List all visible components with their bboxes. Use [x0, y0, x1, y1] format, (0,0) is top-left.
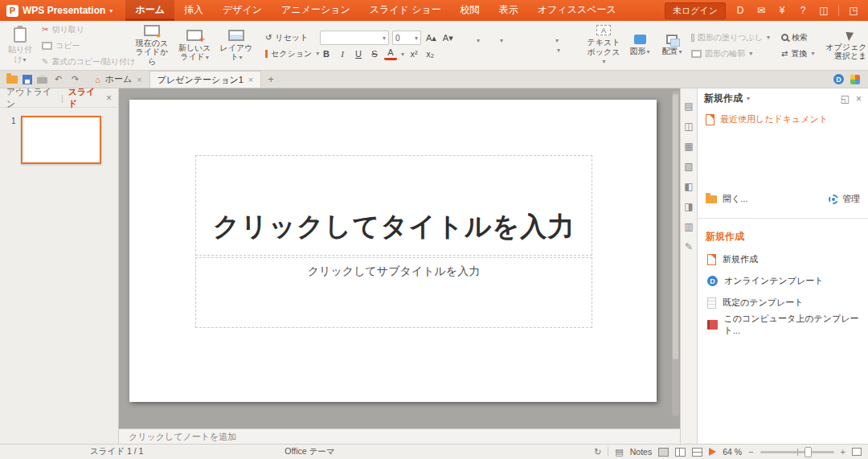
chevron-down-icon[interactable]: ▾: [477, 37, 480, 44]
chevron-down-icon[interactable]: ▾: [555, 37, 559, 44]
dock-panel-icon[interactable]: ◱: [841, 93, 850, 105]
premium-icon[interactable]: ¥: [776, 5, 788, 16]
menu-tab-home[interactable]: ホーム: [125, 0, 174, 21]
save-icon[interactable]: [23, 75, 32, 84]
menu-tab-officespace[interactable]: オフィススペース: [528, 0, 626, 21]
notes-toggle-label[interactable]: Notes: [630, 447, 652, 457]
italic-button[interactable]: I: [336, 48, 349, 59]
arrange-button[interactable]: 配置▾: [656, 23, 688, 68]
columns-button[interactable]: [540, 50, 553, 51]
font-family-select[interactable]: ▾: [320, 31, 389, 45]
skin-icon[interactable]: ◫: [817, 5, 830, 16]
slide-thumbnail[interactable]: [21, 116, 101, 164]
open-file-icon[interactable]: [6, 76, 18, 84]
redo-icon[interactable]: ↷: [69, 74, 81, 84]
font-color-button[interactable]: A: [384, 47, 397, 60]
notes-bar[interactable]: クリックしてノートを追加: [119, 428, 680, 444]
document-pane-icon[interactable]: ▤: [684, 101, 693, 111]
zoom-in-button[interactable]: +: [841, 447, 845, 457]
object-select-button[interactable]: オブジェクト選択とま: [823, 23, 868, 68]
paste-button[interactable]: 貼り付け▾: [2, 23, 39, 68]
strikethrough-button[interactable]: S: [368, 48, 381, 59]
manage-link[interactable]: 管理: [829, 193, 860, 205]
menu-tab-view[interactable]: 表示: [489, 0, 528, 21]
texture-pane-icon[interactable]: ▧: [684, 162, 693, 171]
shrink-font-button[interactable]: A▾: [441, 32, 455, 44]
docer-icon[interactable]: D: [734, 5, 747, 16]
new-slide-button[interactable]: 新しいスライド▾: [174, 23, 215, 68]
close-tab-icon[interactable]: ×: [248, 75, 253, 84]
close-tab-icon[interactable]: ×: [137, 75, 141, 84]
cut-button[interactable]: ✂ 切り取り: [39, 23, 125, 36]
format-painter-button[interactable]: ✎ 書式のコピー/貼り付け: [39, 55, 125, 68]
docer-tab-icon[interactable]: D: [833, 74, 844, 84]
section-button[interactable]: セクション ▾: [262, 47, 315, 60]
bullets-button[interactable]: [460, 40, 473, 42]
line-spacing-button[interactable]: [538, 40, 551, 42]
help-icon[interactable]: ?: [796, 5, 809, 16]
zoom-value[interactable]: 64 %: [723, 447, 742, 457]
increase-indent-button[interactable]: [522, 40, 535, 42]
open-link[interactable]: 開く...: [706, 193, 747, 205]
align-left-button[interactable]: [460, 50, 473, 51]
search-button[interactable]: 検索: [778, 31, 823, 44]
slide-title-placeholder[interactable]: クリックしてタイトルを入力: [195, 155, 592, 256]
document-tab-presentation1[interactable]: プレゼンテーション1 ×: [150, 71, 262, 88]
zoom-slider[interactable]: [760, 451, 834, 453]
subscript-button[interactable]: x₂: [424, 48, 436, 59]
slide-subtitle-placeholder[interactable]: クリックしてサブタイトルを入力: [195, 257, 592, 328]
replace-button[interactable]: ⇄ 置換 ▾: [778, 47, 823, 60]
message-icon[interactable]: ✉: [755, 5, 768, 16]
menu-tab-review[interactable]: 校閲: [451, 0, 489, 21]
fit-to-window-icon[interactable]: [852, 448, 862, 456]
half-right-pane-icon[interactable]: ◨: [684, 202, 693, 211]
online-templates-item[interactable]: D オンラインテンプレート: [698, 270, 868, 292]
text-box-button[interactable]: A テキストボックス▾: [583, 23, 624, 68]
close-panel-icon[interactable]: ×: [106, 92, 112, 104]
normal-view-button[interactable]: [658, 448, 669, 457]
zoom-slider-handle[interactable]: [805, 447, 812, 457]
pin-ribbon-icon[interactable]: ◳: [847, 5, 860, 16]
from-current-slide-button[interactable]: 現在のスライドから: [130, 23, 174, 68]
half-left-pane-icon[interactable]: ◧: [684, 182, 693, 191]
vertical-scrollbar[interactable]: [672, 91, 679, 416]
zoom-out-button[interactable]: −: [748, 447, 753, 457]
notes-toggle-icon[interactable]: ▤: [615, 447, 623, 457]
app-menu[interactable]: P WPS Presentation ▾: [0, 0, 121, 21]
chevron-down-icon[interactable]: ▾: [557, 47, 560, 54]
new-tab-button[interactable]: +: [261, 71, 280, 88]
layout-button[interactable]: レイアウト▾: [215, 23, 257, 68]
underline-button[interactable]: U: [352, 48, 365, 59]
decrease-indent-button[interactable]: [506, 40, 519, 42]
default-template-item[interactable]: 既定のテンプレート: [698, 292, 868, 314]
local-templates-item[interactable]: このコンピュータ上のテンプレート...: [698, 314, 868, 335]
menu-tab-design[interactable]: デザイン: [213, 0, 272, 21]
login-button[interactable]: 未ログイン: [665, 2, 726, 19]
app-center-icon[interactable]: [850, 75, 860, 84]
rows-pane-icon[interactable]: ▥: [684, 222, 693, 232]
shapes-button[interactable]: 図形▾: [624, 23, 656, 68]
chevron-down-icon[interactable]: ▾: [401, 51, 404, 58]
numbering-button[interactable]: [483, 40, 496, 42]
scrollbar-thumb[interactable]: [673, 94, 678, 359]
close-panel-icon[interactable]: ×: [856, 93, 862, 105]
shape-fill-button[interactable]: 図形の塗りつぶし ▾: [688, 31, 773, 44]
justify-button[interactable]: [508, 50, 521, 51]
new-presentation-item[interactable]: 新規作成: [698, 248, 868, 270]
recent-documents-link[interactable]: 最近使用したドキュメント: [698, 109, 868, 130]
reset-button[interactable]: ↺ リセット: [262, 31, 315, 44]
theme-label[interactable]: Office テーマ: [285, 446, 334, 457]
slide-sorter-view-button[interactable]: [675, 448, 686, 457]
app-menu-caret-icon[interactable]: ▾: [109, 7, 113, 14]
grid-pane-icon[interactable]: ▦: [684, 141, 693, 151]
chevron-down-icon[interactable]: ▾: [747, 95, 750, 102]
print-icon[interactable]: [37, 77, 47, 84]
menu-tab-slideshow[interactable]: スライド ショー: [360, 0, 451, 21]
refresh-icon[interactable]: ↻: [594, 447, 601, 457]
align-center-button[interactable]: [476, 50, 489, 51]
shape-outline-button[interactable]: 図形の輪郭 ▾: [688, 47, 773, 60]
outline-tab[interactable]: アウトライン: [6, 86, 56, 110]
menu-tab-insert[interactable]: 挿入: [174, 0, 213, 21]
menu-tab-animation[interactable]: アニメーション: [272, 0, 360, 21]
undo-icon[interactable]: ↶: [52, 74, 64, 84]
